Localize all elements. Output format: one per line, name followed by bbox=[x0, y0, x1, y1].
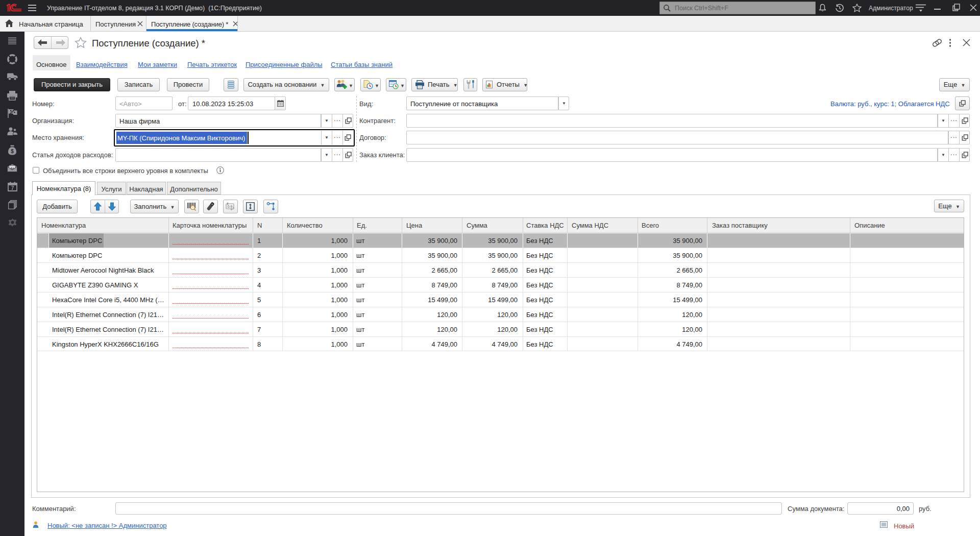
svg-text:7: 7 bbox=[11, 185, 14, 191]
svg-text:0-9: 0-9 bbox=[228, 205, 233, 208]
svg-text:$: $ bbox=[11, 149, 14, 154]
